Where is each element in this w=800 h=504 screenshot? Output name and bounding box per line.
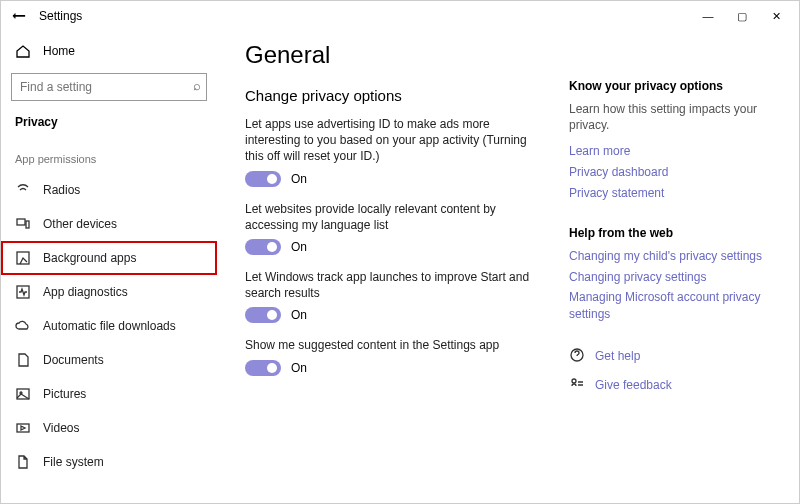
sidebar-item-label: Videos <box>43 421 79 435</box>
pictures-icon <box>15 386 31 402</box>
sidebar-item-other-devices[interactable]: Other devices <box>1 207 217 241</box>
link-change-privacy[interactable]: Changing privacy settings <box>569 269 779 286</box>
minimize-button[interactable]: — <box>691 2 725 30</box>
category-label: Privacy <box>1 111 217 143</box>
option-text: Let apps use advertising ID to make ads … <box>245 116 545 165</box>
give-feedback-label: Give feedback <box>595 377 672 394</box>
videos-icon <box>15 420 31 436</box>
panel-desc: Learn how this setting impacts your priv… <box>569 101 779 133</box>
devices-icon <box>15 216 31 232</box>
panel-heading: Know your privacy options <box>569 79 779 93</box>
feedback-icon <box>569 376 585 395</box>
sidebar-item-file-system[interactable]: File system <box>1 445 217 479</box>
toggle-advertising-id[interactable] <box>245 171 281 187</box>
sidebar-item-radios[interactable]: Radios <box>1 173 217 207</box>
page-subtitle: Change privacy options <box>245 87 545 104</box>
search-icon: ⌕ <box>193 78 201 93</box>
option-track-launches: Let Windows track app launches to improv… <box>245 269 545 323</box>
sidebar-item-auto-downloads[interactable]: Automatic file downloads <box>1 309 217 343</box>
option-advertising-id: Let apps use advertising ID to make ads … <box>245 116 545 187</box>
sidebar-item-label: Other devices <box>43 217 117 231</box>
sidebar-item-pictures[interactable]: Pictures <box>1 377 217 411</box>
settings-column: General Change privacy options Let apps … <box>245 41 545 503</box>
option-text: Show me suggested content in the Setting… <box>245 337 545 353</box>
documents-icon <box>15 352 31 368</box>
link-privacy-dashboard[interactable]: Privacy dashboard <box>569 164 779 181</box>
sidebar-item-videos[interactable]: Videos <box>1 411 217 445</box>
svg-rect-1 <box>26 221 29 228</box>
home-nav[interactable]: Home <box>1 35 217 67</box>
sidebar-item-label: File system <box>43 455 104 469</box>
svg-point-8 <box>572 379 576 383</box>
panel-heading: Help from the web <box>569 226 779 240</box>
file-system-icon <box>15 454 31 470</box>
window-title: Settings <box>39 9 82 23</box>
option-language-list: Let websites provide locally relevant co… <box>245 201 545 255</box>
radios-icon <box>15 182 31 198</box>
sidebar-item-label: Background apps <box>43 251 136 265</box>
main-content: General Change privacy options Let apps … <box>217 31 799 503</box>
know-privacy-panel: Know your privacy options Learn how this… <box>569 79 779 202</box>
toggle-track-launches[interactable] <box>245 307 281 323</box>
home-icon <box>15 43 31 59</box>
diagnostics-icon <box>15 284 31 300</box>
sidebar-item-label: App diagnostics <box>43 285 128 299</box>
toggle-state: On <box>291 361 307 375</box>
sidebar-item-app-diagnostics[interactable]: App diagnostics <box>1 275 217 309</box>
get-help[interactable]: Get help <box>569 347 779 366</box>
option-text: Let Windows track app launches to improv… <box>245 269 545 301</box>
info-column: Know your privacy options Learn how this… <box>569 41 779 503</box>
search-input[interactable] <box>11 73 207 101</box>
link-manage-account-privacy[interactable]: Managing Microsoft account privacy setti… <box>569 289 779 323</box>
back-button[interactable]: 🠔 <box>7 8 31 24</box>
svg-rect-0 <box>17 219 25 225</box>
toggle-state: On <box>291 308 307 322</box>
toggle-state: On <box>291 240 307 254</box>
get-help-label: Get help <box>595 348 640 365</box>
sidebar-item-label: Pictures <box>43 387 86 401</box>
sidebar-item-background-apps[interactable]: Background apps <box>1 241 217 275</box>
help-web-panel: Help from the web Changing my child's pr… <box>569 226 779 323</box>
toggle-suggested-content[interactable] <box>245 360 281 376</box>
section-heading: App permissions <box>1 143 217 173</box>
background-apps-icon <box>15 250 31 266</box>
toggle-language-list[interactable] <box>245 239 281 255</box>
get-help-icon <box>569 347 585 366</box>
sidebar-item-label: Automatic file downloads <box>43 319 176 333</box>
search-wrap: ⌕ <box>11 73 207 101</box>
link-learn-more[interactable]: Learn more <box>569 143 779 160</box>
settings-window: 🠔 Settings — ▢ ✕ Home ⌕ Privacy App perm… <box>0 0 800 504</box>
link-privacy-statement[interactable]: Privacy statement <box>569 185 779 202</box>
option-text: Let websites provide locally relevant co… <box>245 201 545 233</box>
close-button[interactable]: ✕ <box>759 2 793 30</box>
svg-rect-6 <box>17 424 29 432</box>
maximize-button[interactable]: ▢ <box>725 2 759 30</box>
toggle-state: On <box>291 172 307 186</box>
sidebar-item-documents[interactable]: Documents <box>1 343 217 377</box>
cloud-icon <box>15 318 31 334</box>
link-child-privacy[interactable]: Changing my child's privacy settings <box>569 248 779 265</box>
sidebar-item-label: Documents <box>43 353 104 367</box>
sidebar-item-label: Radios <box>43 183 80 197</box>
give-feedback[interactable]: Give feedback <box>569 376 779 395</box>
page-title: General <box>245 41 545 69</box>
titlebar: 🠔 Settings — ▢ ✕ <box>1 1 799 31</box>
option-suggested-content: Show me suggested content in the Setting… <box>245 337 545 375</box>
home-label: Home <box>43 44 75 58</box>
sidebar: Home ⌕ Privacy App permissions Radios Ot… <box>1 31 217 503</box>
